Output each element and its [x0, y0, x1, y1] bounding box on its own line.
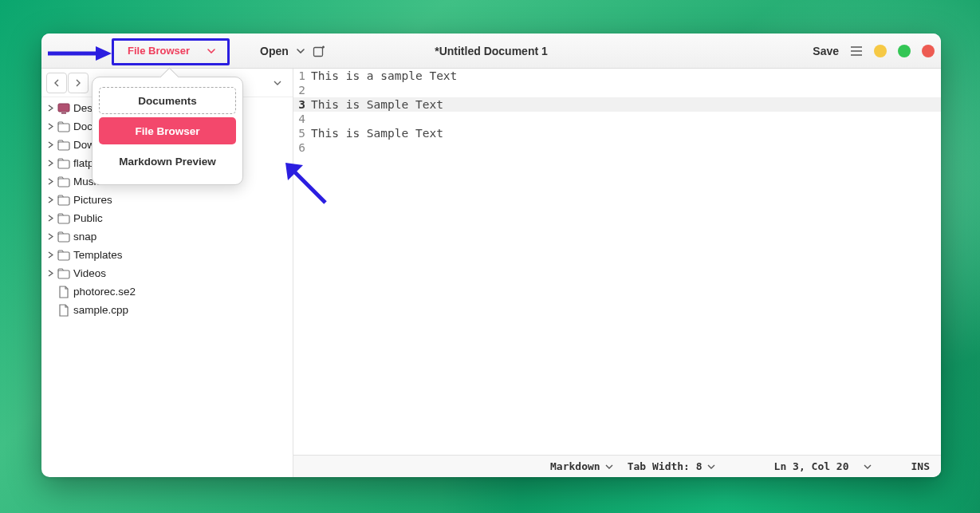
nav-dropdown-button[interactable]: [267, 73, 288, 93]
status-cursor-position[interactable]: Ln 3, Col 20: [774, 460, 849, 472]
folder-icon: [57, 231, 70, 243]
expand-icon[interactable]: [46, 160, 54, 167]
downloads-icon: [57, 139, 70, 152]
svg-rect-16: [58, 197, 69, 205]
pictures-icon: [57, 194, 70, 207]
svg-rect-20: [58, 270, 69, 278]
public-icon: [57, 212, 70, 225]
svg-rect-4: [313, 47, 322, 56]
line-content: This is Sample Text: [308, 97, 443, 112]
tree-item-label: snap: [73, 231, 96, 243]
status-bar: Markdown Tab Width: 8 Ln 3, Col 20 INS: [293, 455, 941, 477]
nav-forward-button[interactable]: [68, 73, 89, 93]
document-title: *Untitled Document 1: [435, 45, 548, 57]
window-close-button[interactable]: [922, 45, 935, 57]
line-number: 2: [293, 83, 308, 97]
line-number: 3: [293, 97, 308, 112]
open-button-group: Open: [260, 45, 325, 57]
expand-icon[interactable]: [46, 123, 54, 130]
panel-menu-item-file-browser[interactable]: File Browser: [99, 117, 236, 144]
line-content: [308, 112, 311, 126]
file-icon: [57, 304, 70, 317]
tree-item-label: Public: [73, 212, 103, 224]
svg-rect-18: [58, 234, 69, 242]
svg-rect-10: [58, 104, 69, 112]
svg-rect-13: [58, 142, 69, 150]
text-editor[interactable]: 1This is a sample Text23This is Sample T…: [293, 69, 941, 477]
expand-icon[interactable]: [46, 233, 54, 240]
music-icon: [57, 176, 70, 188]
line-number: 6: [293, 140, 308, 155]
hamburger-menu-icon[interactable]: [850, 46, 863, 56]
editor-line[interactable]: 6: [293, 140, 941, 155]
editor-line[interactable]: 5This is Sample Text: [293, 126, 941, 140]
expand-icon[interactable]: [46, 141, 54, 148]
expand-icon[interactable]: [46, 270, 54, 277]
editor-line[interactable]: 2: [293, 83, 941, 97]
status-language[interactable]: Markdown: [550, 460, 613, 472]
svg-rect-12: [58, 124, 69, 132]
line-number: 5: [293, 126, 308, 140]
expand-icon[interactable]: [46, 215, 54, 222]
line-content: This is Sample Text: [308, 126, 443, 140]
tree-item-photorec-se2[interactable]: photorec.se2: [41, 282, 293, 301]
tree-item-label: Templates: [73, 249, 123, 261]
chevron-down-icon: [207, 49, 215, 53]
titlebar: File Browser Open *Untitled Document 1 S…: [41, 34, 941, 69]
svg-rect-19: [58, 252, 69, 260]
side-panel-selector[interactable]: File Browser: [120, 41, 223, 60]
folder-icon: [57, 157, 70, 170]
expand-icon[interactable]: [46, 105, 54, 112]
tree-item-snap[interactable]: snap: [41, 227, 293, 246]
documents-icon: [57, 120, 70, 133]
window-minimize-button[interactable]: [874, 45, 887, 57]
panel-menu-item-documents[interactable]: Documents: [99, 87, 236, 114]
editor-line[interactable]: 4: [293, 112, 941, 126]
chevron-down-icon[interactable]: [297, 49, 305, 53]
line-content: This is a sample Text: [308, 69, 457, 83]
svg-rect-14: [58, 160, 69, 168]
new-tab-icon[interactable]: [313, 45, 325, 57]
status-tab-width[interactable]: Tab Width: 8: [628, 460, 715, 472]
window-maximize-button[interactable]: [898, 45, 911, 57]
svg-rect-11: [61, 112, 66, 114]
editor-line[interactable]: 3This is Sample Text: [293, 97, 941, 112]
tree-item-label: Videos: [73, 267, 106, 279]
side-panel-selector-label: File Browser: [128, 45, 190, 57]
line-number: 4: [293, 112, 308, 126]
line-content: [308, 83, 311, 97]
tree-item-pictures[interactable]: Pictures: [41, 191, 293, 209]
tree-item-public[interactable]: Public: [41, 209, 293, 227]
status-insert-mode[interactable]: INS: [911, 460, 930, 472]
status-cursor-dropdown[interactable]: [864, 464, 872, 469]
tree-item-label: photorec.se2: [73, 286, 136, 298]
panel-menu-item-markdown-preview[interactable]: Markdown Preview: [99, 148, 236, 175]
save-button[interactable]: Save: [813, 45, 839, 57]
line-content: [308, 140, 311, 155]
tree-item-label: Pictures: [73, 194, 112, 206]
tree-item-videos[interactable]: Videos: [41, 264, 293, 282]
tree-item-templates[interactable]: Templates: [41, 246, 293, 264]
nav-back-button[interactable]: [46, 73, 67, 93]
expand-icon[interactable]: [46, 196, 54, 203]
side-panel-menu: Documents File Browser Markdown Preview: [92, 77, 243, 185]
svg-rect-15: [58, 179, 69, 187]
tree-item-label: sample.cpp: [73, 304, 128, 316]
editor-line[interactable]: 1This is a sample Text: [293, 69, 941, 83]
templates-icon: [57, 249, 70, 262]
svg-rect-17: [58, 215, 69, 223]
expand-icon[interactable]: [46, 178, 54, 185]
videos-icon: [57, 267, 70, 280]
desktop-icon: [57, 102, 70, 115]
tree-item-sample-cpp[interactable]: sample.cpp: [41, 301, 293, 319]
open-button[interactable]: Open: [260, 45, 289, 57]
line-number: 1: [293, 69, 308, 83]
expand-icon[interactable]: [46, 251, 54, 258]
file-icon: [57, 286, 70, 298]
